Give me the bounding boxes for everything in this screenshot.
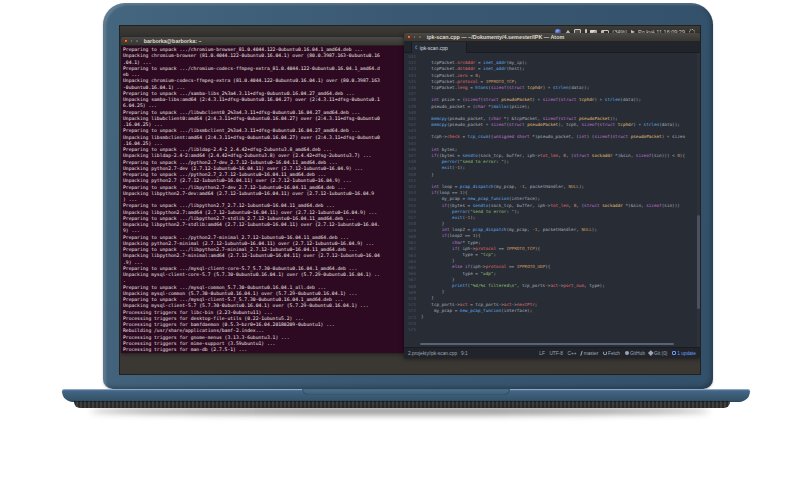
atom-window-controls [407,35,422,39]
terminal-line: Unpacking chromium-codecs-ffmpeg-extra (… [123,78,402,84]
atom-window: ipk-scan.cpp — ~/Dokumenty/4.semester/IP… [404,33,700,358]
status-line-ending[interactable]: LF [539,351,545,356]
vertical-scrollbar-handle[interactable] [697,215,700,309]
base-fade-shadow [90,407,710,415]
terminal-output[interactable]: Preparing to unpack .../chromium-browser… [121,46,404,353]
laptop-lid: (34%) Po kvě 11 16:09:29 barborka@barbor… [103,3,713,389]
laptop-screen: (34%) Po kvě 11 16:09:29 barborka@barbor… [120,26,700,374]
line-number: 575 [404,327,416,333]
status-git-branch[interactable]: master [581,351,598,356]
status-fetch[interactable]: Fetch [603,351,620,356]
tab-label: ipk-scan.cpp [420,45,448,51]
status-encoding[interactable]: UTF-8 [549,351,563,356]
atom-title: ipk-scan.cpp — ~/Dokumenty/4.semester/IP… [427,34,564,40]
cpp-file-icon: C [415,45,418,50]
terminal-line: Unpacking mysql-client-5.7 (5.7.30-0ubun… [123,303,402,309]
terminal-line: Unpacking libpython2.7-dev:amd64 (2.7.12… [123,191,402,197]
horizontal-scrollbar[interactable] [420,343,674,346]
terminal-line: Unpacking chromium-browser (81.0.4044.12… [123,53,402,59]
terminal-line: Unpacking mysql-client-core-5.7 (5.7.30-… [123,272,402,278]
status-bar: 2.projekty/ipk-scan.cpp 9:1 LF UTF-8 C++… [404,347,700,358]
status-file-path[interactable]: 2.projekty/ipk-scan.cpp [408,351,457,356]
code-line: memcpy(pseudo_packet + sizeof(struct pse… [421,122,700,128]
status-update[interactable]: 1 update [672,351,696,356]
terminal-window-controls [124,39,139,43]
minimize-button[interactable] [413,35,417,39]
github-icon [625,351,629,355]
terminal-line: Preparing to unpack .../chromium-codecs-… [123,66,402,72]
terminal-line: Processing triggers for man-db (2.7.5-1)… [123,347,402,353]
terminal-line: Unpacking libpython2.7-minimal:amd64 (2.… [123,253,402,259]
terminal-title: barborka@barborka: ~ [144,38,202,44]
tab-ipk-scan-cpp[interactable]: C ipk-scan.cpp [411,42,467,53]
status-right-group: LF UTF-8 C++ master Fetch GitHub Git (0)… [539,351,696,356]
minimize-button[interactable] [130,39,134,43]
code-line [421,326,700,332]
maximize-button[interactable] [418,35,422,39]
close-button[interactable] [407,35,411,39]
terminal-line: Unpacking libpython2.7:amd64 (2.7.12-1ub… [123,210,402,216]
status-grammar[interactable]: C++ [568,351,577,356]
base-notch [302,389,510,395]
update-icon [672,351,676,355]
terminal-line: Unpacking libwbclient0:amd64 (2:4.3.11+d… [123,116,402,122]
tab-bar: C ipk-scan.cpp [404,42,700,53]
status-cursor-position[interactable]: 9:1 [461,351,468,356]
terminal-line: Unpacking libsmbclient:amd64 (2:4.3.11+d… [123,135,402,141]
terminal-line: Unpacking libpython2.7-stdlib:amd64 (2.7… [123,222,402,228]
status-github[interactable]: GitHub [625,351,645,356]
close-button[interactable] [124,39,128,43]
terminal-line: Unpacking libldap-2.4-2:amd64 (2.4.42+df… [123,153,402,159]
line-number-gutter: 5315325335345355365375385395405415425435… [404,53,418,347]
terminal-titlebar[interactable]: barborka@barborka: ~ [121,37,404,46]
terminal-line: Unpacking samba-libs:amd64 (2:4.3.11+dfs… [123,97,402,103]
code-area[interactable]: tcpPacket.srcAddr = inet_addr(my_ip); tc… [418,53,700,347]
git-icon [649,350,654,355]
editor[interactable]: 5315325335345355365375385395405415425435… [404,53,700,347]
status-git-changes[interactable]: Git (0) [649,351,667,356]
maximize-button[interactable] [135,39,139,43]
atom-titlebar[interactable]: ipk-scan.cpp — ~/Dokumenty/4.semester/IP… [404,33,700,42]
sync-icon [603,351,607,355]
terminal-window: barborka@barborka: ~ Preparing to unpack… [121,37,404,353]
vertical-scrollbar[interactable] [697,53,700,347]
code-line: tcph->check = tcp_csum((unsigned short *… [421,134,700,140]
